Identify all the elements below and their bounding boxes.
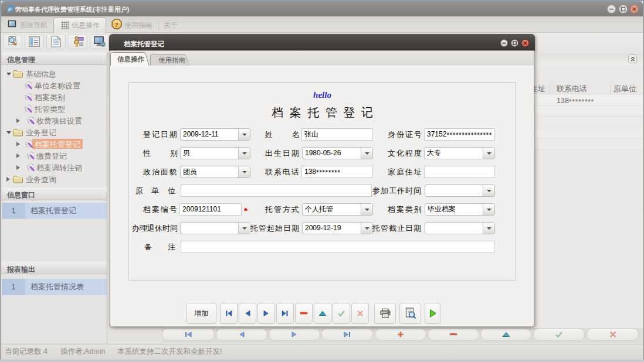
svg-text:?: ? [115, 21, 118, 28]
